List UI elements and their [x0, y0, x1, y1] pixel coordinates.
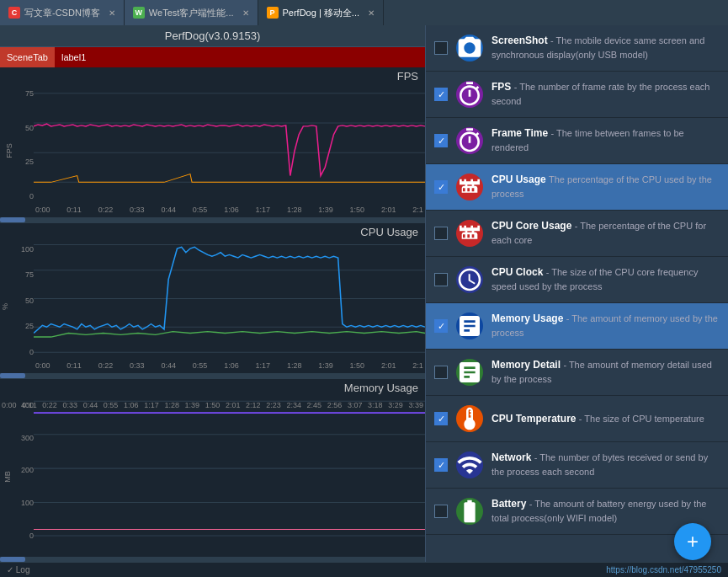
metric-icon-network	[456, 451, 483, 478]
memory-y-ticks: 400 300 200 100 0	[8, 401, 34, 540]
metric-name-fps: FPS	[492, 81, 511, 93]
metric-checkbox-network[interactable]	[434, 458, 448, 472]
metric-icon-cpu-core-usage	[456, 220, 483, 247]
fab-label: +	[687, 530, 699, 553]
charts-panel: PerfDog(v3.0.9153) SceneTab label1 FPS F…	[0, 25, 425, 562]
metric-item-frame-time: Frame Time - The time between frames to …	[426, 118, 728, 164]
metric-checkbox-cpu-usage[interactable]	[434, 180, 448, 194]
tab-close-wetest[interactable]: ✕	[238, 8, 249, 18]
cpu-y-ticks: 100 75 50 25 0	[8, 245, 34, 356]
metric-checkbox-cpu-clock[interactable]	[434, 273, 448, 286]
metric-name-battery: Battery	[492, 498, 526, 510]
metric-text-battery: Battery - The amount of battery energy u…	[492, 497, 720, 526]
tab-perfdog[interactable]: P PerfDog | 移动全... ✕	[258, 0, 385, 25]
fps-chart-section: FPS FPS 75 50 25 0	[0, 67, 425, 223]
memory-chart-section: Memory Usage MB 400 300 200 100 0	[0, 379, 425, 562]
metric-item-cpu-clock: CPU Clock - The size of the CPU core fre…	[426, 257, 728, 303]
memory-scrollbar[interactable]	[0, 557, 425, 562]
metric-checkbox-cpu-core-usage[interactable]	[434, 227, 448, 240]
metric-name-screenshot: ScreenShot	[492, 35, 548, 46]
browser-tab-bar: C 写文章-CSDN博客 ✕ W WeTest客户端性能... ✕ P Perf…	[0, 0, 728, 25]
metric-checkbox-battery[interactable]	[434, 505, 448, 518]
fps-chart-area[interactable]: FPS 75 50 25 0	[0, 85, 425, 217]
metric-item-fps: FPS - The number of frame rate by the pr…	[426, 72, 728, 118]
metric-name-memory-detail: Memory Detail	[492, 359, 561, 371]
tab-csdn[interactable]: C 写文章-CSDN博客 ✕	[0, 0, 125, 25]
memory-canvas	[34, 397, 425, 540]
memory-chart-area[interactable]: MB 400 300 200 100 0	[0, 397, 425, 557]
metric-name-network: Network	[492, 451, 531, 463]
fps-scrollbar[interactable]	[0, 217, 425, 222]
fab-add-button[interactable]: +	[674, 523, 711, 560]
metric-checkbox-memory-usage[interactable]	[434, 319, 448, 333]
cpu-scroll-thumb[interactable]	[0, 373, 25, 378]
metric-icon-fps	[456, 81, 483, 108]
status-bar-url: https://blog.csdn.net/47955250	[606, 565, 721, 574]
cpu-scrollbar[interactable]	[0, 373, 425, 378]
metric-item-cpu-core-usage: CPU Core Usage - The percentage of the C…	[426, 211, 728, 257]
tab-wetest[interactable]: W WeTest客户端性能... ✕	[125, 0, 258, 25]
cpu-chart-area[interactable]: % 100 75 50 25 0	[0, 241, 425, 373]
metric-desc-cpu-temperature: - The size of CPU temperature	[579, 414, 704, 424]
metric-item-cpu-temperature: CPU Temperature - The size of CPU temper…	[426, 396, 728, 442]
metric-checkbox-frame-time[interactable]	[434, 134, 448, 147]
fps-scroll-thumb[interactable]	[0, 217, 25, 222]
scene-tab-content: label1	[55, 47, 425, 67]
metric-name-cpu-core-usage: CPU Core Usage	[492, 220, 571, 232]
fps-y-ticks: 75 50 25 0	[8, 89, 34, 200]
metric-desc-fps: - The number of frame rate by the proces…	[492, 82, 709, 106]
fps-canvas	[34, 85, 425, 200]
metric-text-memory-detail: Memory Detail - The amount of memory det…	[492, 358, 720, 387]
metric-checkbox-screenshot[interactable]	[434, 41, 448, 55]
metrics-panel: ScreenShot - The mobile device same scre…	[425, 25, 728, 562]
tab-icon-csdn: C	[8, 7, 20, 19]
metric-item-network: Network - The number of bytes received o…	[426, 442, 728, 489]
memory-scroll-thumb[interactable]	[0, 557, 25, 562]
tab-icon-perfdog: P	[267, 7, 279, 19]
metric-text-network: Network - The number of bytes received o…	[492, 451, 720, 479]
main-container: PerfDog(v3.0.9153) SceneTab label1 FPS F…	[0, 25, 728, 562]
metric-text-cpu-temperature: CPU Temperature - The size of CPU temper…	[492, 412, 720, 426]
cpu-x-axis: 0:00 0:11 0:22 0:33 0:44 0:55 1:06 1:17 …	[34, 358, 425, 373]
metric-text-cpu-clock: CPU Clock - The size of the CPU core fre…	[492, 265, 720, 294]
metric-text-screenshot: ScreenShot - The mobile device same scre…	[492, 34, 720, 62]
cpu-chart-title: CPU Usage	[0, 223, 425, 241]
scene-tab-label[interactable]: SceneTab	[0, 52, 55, 62]
metric-icon-battery	[456, 498, 483, 525]
metric-item-screenshot: ScreenShot - The mobile device same scre…	[426, 25, 728, 72]
scene-tab-content-label: label1	[61, 52, 86, 62]
metric-item-cpu-usage: CPU Usage The percentage of the CPU used…	[426, 164, 728, 211]
memory-x-axis: 0:00 0:11 0:22 0:33 0:44 0:55 1:06 1:17 …	[0, 397, 425, 412]
cpu-chart-section: CPU Usage % 100 75 50 25 0	[0, 223, 425, 379]
tab-icon-wetest: W	[133, 7, 145, 19]
status-bar-left: ✓ Log	[7, 565, 29, 574]
tab-close-perfdog[interactable]: ✕	[364, 8, 375, 18]
metric-checkbox-cpu-temperature[interactable]	[434, 412, 448, 425]
metric-icon-memory-usage	[456, 313, 483, 339]
memory-chart-title: Memory Usage	[0, 379, 425, 397]
metric-name-cpu-clock: CPU Clock	[492, 266, 543, 278]
app-title: PerfDog(v3.0.9153)	[165, 29, 260, 42]
status-bar: ✓ Log https://blog.csdn.net/47955250	[0, 562, 728, 577]
metric-item-memory-usage: Memory Usage - The amount of memory used…	[426, 303, 728, 350]
scene-tab-bar: SceneTab label1	[0, 47, 425, 67]
metric-icon-screenshot	[456, 35, 483, 61]
metric-item-memory-detail: Memory Detail - The amount of memory det…	[426, 350, 728, 396]
metric-text-frame-time: Frame Time - The time between frames to …	[492, 126, 720, 155]
tab-label-csdn: 写文章-CSDN博客	[24, 7, 100, 19]
metric-name-cpu-usage: CPU Usage	[492, 174, 546, 185]
metric-icon-cpu-clock	[456, 266, 483, 293]
metric-name-cpu-temperature: CPU Temperature	[492, 413, 576, 425]
tab-close-csdn[interactable]: ✕	[104, 8, 115, 18]
metric-icon-memory-detail	[456, 359, 483, 386]
metric-icon-frame-time	[456, 127, 483, 154]
metric-icon-cpu-usage	[456, 174, 483, 200]
metric-text-cpu-usage: CPU Usage The percentage of the CPU used…	[492, 173, 720, 201]
metric-checkbox-memory-detail[interactable]	[434, 366, 448, 379]
metric-checkbox-fps[interactable]	[434, 88, 448, 101]
metric-icon-cpu-temperature	[456, 405, 483, 432]
metric-text-fps: FPS - The number of frame rate by the pr…	[492, 80, 720, 109]
fps-x-axis: 0:00 0:11 0:22 0:33 0:44 0:55 1:06 1:17 …	[34, 202, 425, 217]
fps-chart-title: FPS	[0, 67, 425, 85]
tab-label-wetest: WeTest客户端性能...	[149, 7, 234, 19]
